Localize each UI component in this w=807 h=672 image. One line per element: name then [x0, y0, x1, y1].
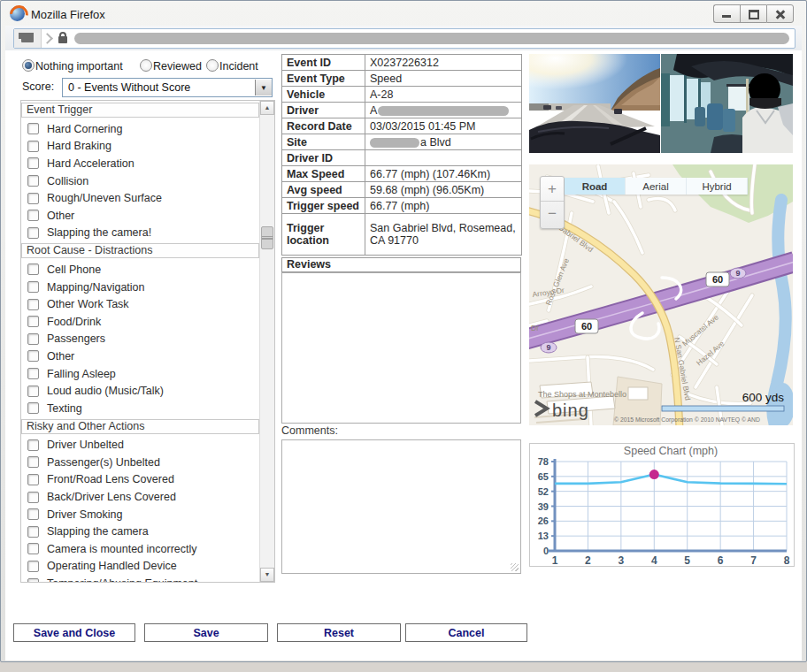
svg-text:Speed Chart (mph): Speed Chart (mph) — [624, 445, 718, 457]
radio-reviewed[interactable] — [140, 59, 152, 72]
svg-text:5: 5 — [684, 554, 690, 566]
minimize-button[interactable] — [713, 4, 740, 23]
checkbox[interactable] — [27, 508, 39, 520]
checkbox[interactable] — [27, 175, 39, 187]
checklist-item[interactable]: Camera is mounted incorrectly — [21, 540, 260, 558]
checklist-item[interactable]: Falling Asleep — [21, 365, 260, 383]
reset-button[interactable]: Reset — [277, 623, 401, 642]
redaction-bar — [378, 106, 509, 116]
checklist-scrollbar[interactable]: ▲ ▼ — [259, 101, 274, 582]
radio-label-nothing-important: Nothing important — [35, 60, 123, 73]
browser-window: Mozilla Firefox Nothing important Review… — [0, 0, 807, 662]
svg-text:4: 4 — [651, 554, 657, 566]
save-button[interactable]: Save — [144, 623, 268, 642]
checkbox[interactable] — [27, 316, 39, 327]
checklist-item[interactable]: Passengers — [21, 331, 260, 348]
zoom-out-button[interactable]: − — [541, 202, 564, 226]
checkbox[interactable] — [27, 263, 39, 275]
checklist-item[interactable]: Tampering/Abusing Equipment — [21, 575, 260, 582]
checkbox[interactable] — [27, 210, 39, 221]
dropdown-arrow-icon[interactable]: ▼ — [255, 80, 272, 95]
checklist-item[interactable]: Front/Road Lens Covered — [21, 471, 260, 489]
map-zoom-control: + − — [540, 176, 565, 229]
checkbox[interactable] — [27, 578, 39, 582]
checkbox[interactable] — [27, 299, 39, 310]
checkbox[interactable] — [27, 474, 39, 485]
close-button[interactable] — [766, 4, 794, 23]
svg-text:0: 0 — [543, 546, 549, 556]
checklist-item-label: Collision — [47, 175, 88, 187]
checkbox[interactable] — [27, 456, 39, 468]
checklist-item[interactable]: Slapping the camera! — [21, 225, 260, 242]
lock-icon — [58, 36, 67, 43]
checkbox[interactable] — [27, 386, 39, 397]
checklist-item[interactable]: Other — [21, 207, 260, 225]
checkbox[interactable] — [27, 492, 39, 503]
checkbox[interactable] — [27, 281, 39, 293]
event-field-label: Event Type — [282, 71, 365, 87]
checkbox[interactable] — [27, 368, 39, 379]
radio-incident[interactable] — [206, 59, 219, 72]
scroll-up-icon[interactable]: ▲ — [260, 101, 274, 115]
checkbox[interactable] — [27, 333, 39, 345]
event-details-table: Event IDX0237226312Event TypeSpeedVehicl… — [281, 54, 522, 256]
checklist-item-label: Passenger(s) Unbelted — [47, 456, 160, 469]
bing-map[interactable]: 60 60 9 9 Village Ln San Gabriel Blvd Ro… — [529, 164, 793, 425]
checklist-item[interactable]: Collision — [21, 172, 260, 190]
checkbox[interactable] — [27, 193, 39, 204]
map-view-hybrid-button[interactable]: Hybrid — [687, 178, 748, 195]
maximize-button[interactable] — [740, 4, 766, 23]
zoom-in-button[interactable]: + — [541, 177, 564, 202]
resize-grip-icon[interactable] — [511, 563, 519, 571]
cancel-button[interactable]: Cancel — [405, 623, 527, 642]
checkbox[interactable] — [27, 439, 39, 451]
checkbox[interactable] — [27, 402, 39, 414]
save-and-close-button[interactable]: Save and Close — [13, 623, 135, 642]
checklist-item[interactable]: Hard Acceleration — [21, 155, 260, 172]
map-view-road-button[interactable]: Road — [565, 178, 626, 195]
window-title: Mozilla Firefox — [31, 8, 105, 21]
scroll-down-icon[interactable]: ▼ — [260, 568, 274, 582]
checklist-item[interactable]: Loud audio (Music/Talk) — [21, 382, 260, 400]
checklist-item-label: Falling Asleep — [47, 368, 116, 380]
checklist-item[interactable]: Slapping the camera — [21, 523, 260, 540]
checklist-item[interactable]: Driver Unbelted — [21, 437, 260, 454]
site-identity-chip[interactable] — [14, 29, 42, 48]
checklist-item[interactable]: Operating Handled Device — [21, 558, 260, 576]
comments-textarea[interactable] — [281, 439, 521, 574]
checklist-item[interactable]: Back/Driver Lens Covered — [21, 488, 260, 506]
checkbox[interactable] — [27, 141, 39, 152]
checklist-item[interactable]: Food/Drink — [21, 313, 260, 331]
checkbox[interactable] — [27, 561, 39, 572]
event-field-label: Event ID — [282, 55, 365, 71]
map-view-aerial-button[interactable]: Aerial — [626, 178, 687, 195]
url-bar[interactable] — [13, 28, 795, 49]
svg-text:13: 13 — [538, 531, 549, 541]
checklist-item[interactable]: Hard Braking — [21, 138, 260, 156]
checklist-item[interactable]: Other Work Task — [21, 295, 260, 313]
checklist-item[interactable]: Other — [21, 347, 260, 365]
scrollbar-thumb[interactable] — [261, 226, 273, 249]
title-bar: Mozilla Firefox — [2, 2, 805, 26]
checklist-item[interactable]: Mapping/Navigation — [21, 279, 260, 296]
checklist-item[interactable]: Cell Phone — [21, 261, 260, 279]
reviews-header: Reviews — [281, 257, 521, 272]
checkbox[interactable] — [27, 227, 39, 239]
checklist-item[interactable]: Texting — [21, 400, 260, 417]
checkbox[interactable] — [27, 157, 39, 169]
checkbox[interactable] — [27, 543, 39, 554]
event-field-label: Site — [282, 134, 365, 150]
radio-nothing-important[interactable] — [22, 59, 35, 72]
event-field-label: Driver ID — [282, 150, 365, 166]
score-select[interactable]: 0 - Events Without Score ▼ — [62, 78, 273, 97]
checklist-item[interactable]: Passenger(s) Unbelted — [21, 454, 260, 471]
event-field-label: Trigger location — [282, 214, 365, 256]
checkbox[interactable] — [27, 123, 39, 134]
checklist-item[interactable]: Hard Cornering — [21, 120, 260, 138]
checkbox[interactable] — [27, 526, 39, 538]
checkbox[interactable] — [27, 350, 39, 362]
event-checklist: Event TriggerHard CorneringHard BrakingH… — [20, 100, 275, 583]
radio-label-reviewed: Reviewed — [153, 60, 202, 73]
checklist-item[interactable]: Rough/Uneven Surface — [21, 189, 260, 207]
checklist-item[interactable]: Driver Smoking — [21, 506, 260, 523]
